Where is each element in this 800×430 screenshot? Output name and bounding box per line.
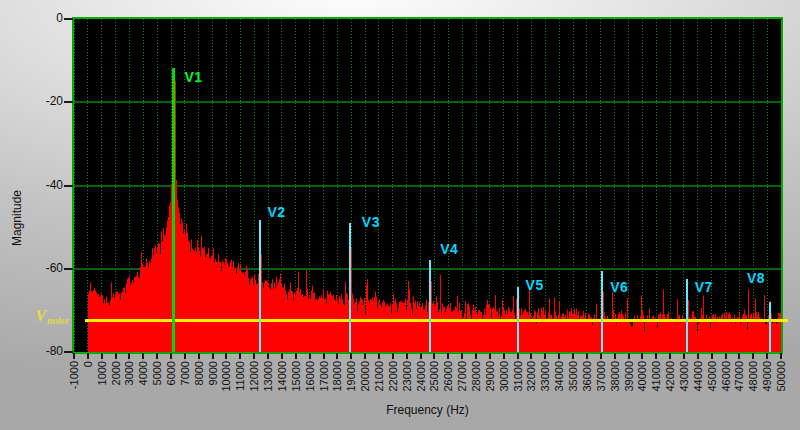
x-tick-mark	[198, 353, 200, 359]
x-tick-mark	[295, 353, 297, 359]
harmonic-cursor-label-v8: V8	[747, 271, 765, 286]
noise-cursor-label[interactable]: Vnoise	[35, 306, 68, 326]
x-tick-label: 11000	[234, 361, 246, 391]
x-tick-label: 2000	[110, 361, 122, 385]
x-tick-label: 18000	[331, 361, 343, 392]
y-tick-mark	[64, 351, 73, 353]
x-tick-mark	[683, 353, 685, 359]
x-tick-mark	[641, 353, 643, 359]
harmonic-cursor-line-v3[interactable]	[349, 223, 351, 352]
noise-label-sub: noise	[47, 315, 69, 326]
x-tick-mark	[711, 353, 713, 359]
x-tick-mark	[572, 353, 574, 359]
x-tick-mark	[364, 353, 366, 359]
x-tick-label: 14000	[276, 361, 288, 392]
x-tick-label: 45000	[706, 361, 718, 392]
harmonic-cursor-label-v6: V6	[610, 280, 628, 295]
harmonic-cursor-line-v4[interactable]	[429, 260, 431, 352]
y-tick-mark	[64, 101, 73, 103]
x-tick-mark	[503, 353, 505, 359]
y-tick-mark	[64, 185, 73, 187]
harmonic-cursor-line-v5[interactable]	[517, 287, 519, 352]
x-tick-label: 46000	[720, 361, 732, 392]
x-tick-mark	[489, 353, 491, 359]
harmonic-cursor-label-v2: V2	[267, 205, 285, 220]
x-tick-mark	[475, 353, 477, 359]
x-tick-label: 23000	[401, 361, 413, 392]
x-tick-mark	[697, 353, 699, 359]
x-tick-label: 7000	[179, 361, 191, 385]
x-tick-mark	[628, 353, 630, 359]
y-axis-title: Magnitude	[10, 190, 24, 246]
x-tick-label: 30000	[498, 361, 510, 392]
x-tick-mark	[239, 353, 241, 359]
x-tick-mark	[530, 353, 532, 359]
x-tick-mark	[101, 353, 103, 359]
x-tick-mark	[142, 353, 144, 359]
x-tick-mark	[128, 353, 130, 359]
x-tick-label: 9000	[207, 361, 219, 385]
x-tick-label: 40000	[636, 361, 648, 392]
harmonic-cursor-label-v4: V4	[440, 242, 458, 257]
x-tick-mark	[725, 353, 727, 359]
x-tick-mark	[614, 353, 616, 359]
x-tick-label: 4000	[137, 361, 149, 385]
x-tick-mark	[447, 353, 449, 359]
y-tick-label: -80	[18, 345, 63, 358]
x-tick-label: 16000	[304, 361, 316, 392]
harmonic-cursor-label-v7: V7	[695, 280, 713, 295]
y-tick-label: -40	[18, 179, 63, 192]
x-tick-label: -1000	[68, 361, 80, 389]
x-tick-label: 27000	[456, 361, 468, 392]
harmonic-cursor-label-v1: V1	[185, 70, 203, 85]
x-tick-label: 17000	[318, 361, 330, 392]
y-tick-mark	[64, 18, 73, 20]
x-tick-label: 20000	[359, 361, 371, 392]
x-tick-mark	[87, 353, 89, 359]
x-tick-label: 13000	[262, 361, 274, 392]
harmonic-cursor-label-v5: V5	[526, 278, 544, 293]
spectrum-analyzer-chart: Magnitude Frequency (Hz) Vnoise 0-20-40-…	[0, 0, 800, 430]
x-tick-mark	[73, 353, 75, 359]
x-tick-label: 12000	[248, 361, 260, 392]
x-tick-label: 22000	[387, 361, 399, 392]
x-tick-label: 39000	[623, 361, 635, 392]
harmonic-cursor-line-v1[interactable]	[172, 68, 175, 352]
x-tick-label: 35000	[567, 361, 579, 392]
x-tick-mark	[406, 353, 408, 359]
y-tick-mark	[64, 268, 73, 270]
x-tick-label: 32000	[525, 361, 537, 392]
x-tick-mark	[323, 353, 325, 359]
x-tick-mark	[212, 353, 214, 359]
x-tick-label: 33000	[539, 361, 551, 392]
x-tick-label: 48000	[747, 361, 759, 392]
x-tick-label: 15000	[290, 361, 302, 392]
x-tick-label: 38000	[609, 361, 621, 392]
x-tick-mark	[253, 353, 255, 359]
x-tick-mark	[738, 353, 740, 359]
spectrum-trace-path	[89, 68, 781, 353]
x-tick-label: 44000	[692, 361, 704, 392]
x-axis-title: Frequency (Hz)	[74, 403, 781, 417]
x-tick-label: 10000	[220, 361, 232, 392]
x-tick-label: 0	[82, 361, 94, 367]
x-tick-mark	[586, 353, 588, 359]
harmonic-cursor-line-v7[interactable]	[686, 279, 688, 352]
noise-cursor-line[interactable]	[85, 319, 788, 322]
harmonic-cursor-line-v2[interactable]	[259, 220, 261, 352]
y-tick-label: -60	[18, 262, 63, 275]
x-tick-label: 34000	[553, 361, 565, 392]
x-tick-mark	[766, 353, 768, 359]
x-tick-mark	[336, 353, 338, 359]
harmonic-cursor-line-v8[interactable]	[769, 302, 771, 352]
harmonic-cursor-line-v6[interactable]	[601, 271, 603, 352]
x-tick-mark	[433, 353, 435, 359]
x-tick-label: 31000	[512, 361, 524, 392]
x-tick-mark	[350, 353, 352, 359]
x-tick-label: 49000	[761, 361, 773, 392]
y-tick-label: -20	[18, 95, 63, 108]
x-tick-label: 3000	[123, 361, 135, 385]
x-tick-label: 21000	[373, 361, 385, 392]
x-tick-mark	[309, 353, 311, 359]
x-tick-mark	[517, 353, 519, 359]
